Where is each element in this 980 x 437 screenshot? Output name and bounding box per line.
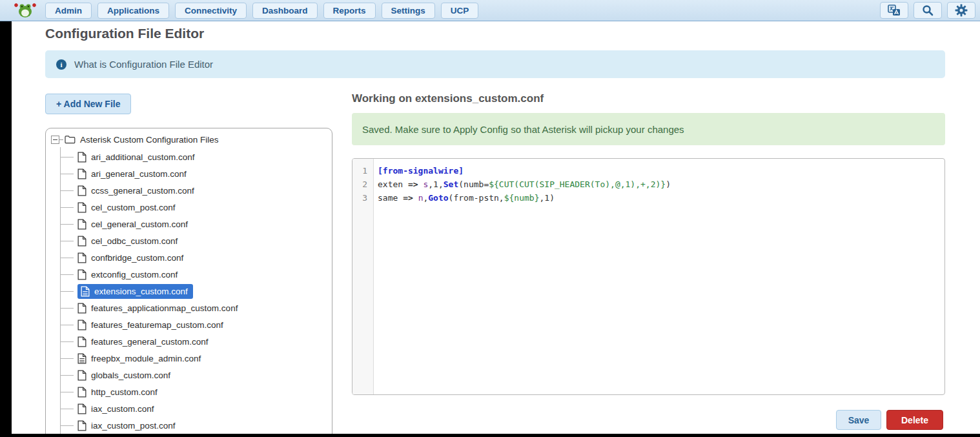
code-editor: 123 [from-signalwire]exten => s,1,Set(nu… [352,158,945,395]
save-button[interactable]: Save [836,410,881,430]
add-new-file-label: Add New File [64,99,121,109]
plus-icon: + [56,99,61,109]
tree-root-label: Asterisk Custom Configuration Files [80,135,219,145]
tree-item[interactable]: extconfig_custom.conf [51,266,327,283]
top-navbar: AdminApplicationsConnectivityDashboardRe… [0,0,980,21]
search-icon [922,5,934,16]
file-icon [77,236,87,247]
tree-item[interactable]: ari_additional_custom.conf [51,148,327,165]
tree-connector [60,241,74,241]
file-name: iax_custom_post.conf [91,421,176,431]
freepbx-logo-icon [14,1,37,19]
tree-vertical-line [60,147,61,437]
language-button[interactable] [880,2,908,19]
menu-item-connectivity[interactable]: Connectivity [175,3,247,19]
file-name: features_general_custom.conf [91,337,209,347]
line-number-gutter: 123 [352,159,374,394]
tree-item[interactable]: iax_custom.conf [51,400,327,417]
tree-item[interactable]: cel_general_custom.conf [51,216,327,232]
tree-item[interactable]: cel_custom_post.conf [51,199,327,216]
menu-item-admin[interactable]: Admin [45,3,92,19]
code-area[interactable]: [from-signalwire]exten => s,1,Set(numb=$… [374,159,944,394]
tree-item[interactable]: globals_custom.conf [51,367,327,383]
tree-item[interactable]: iax_custom_post.conf [51,417,327,434]
tree-item[interactable]: freepbx_module_admin.conf [51,350,327,367]
add-new-file-button[interactable]: + Add New File [45,94,131,114]
file-icon [77,219,87,230]
file-name: features_applicationmap_custom.conf [91,303,238,313]
menu-item-applications[interactable]: Applications [97,3,169,19]
tree-item[interactable]: cel_odbc_custom.conf [51,232,327,249]
folder-icon [65,135,76,144]
menu-item-settings[interactable]: Settings [382,3,435,19]
tree-connector [60,358,74,359]
collapse-toggle-icon[interactable] [51,136,59,144]
tree-item-selected[interactable]: extensions_custom.conf [51,283,327,300]
navbar-tools [880,2,975,19]
main-menu: AdminApplicationsConnectivityDashboardRe… [45,3,478,19]
selection-highlight: extensions_custom.conf [77,284,193,299]
line-number: 2 [352,178,373,191]
tree-item[interactable]: http_custom.conf [51,383,327,400]
file-icon [77,320,87,330]
tree-connector [60,409,74,409]
file-name: extconfig_custom.conf [91,270,178,279]
tree-item[interactable]: confbridge_custom.conf [51,249,327,266]
menu-item-reports[interactable]: Reports [323,3,376,19]
save-success-alert: Saved. Make sure to Apply Config so that… [352,113,945,145]
freepbx-config-file-editor-screen: AdminApplicationsConnectivityDashboardRe… [0,0,980,437]
file-icon [77,252,87,263]
gear-icon [955,4,968,17]
letterbox-left [0,21,12,437]
tree-item[interactable]: features_featuremap_custom.conf [51,316,327,333]
tree-connector [60,258,74,258]
info-banner-text: What is Configuration File Editor [74,59,213,70]
file-icon [77,152,87,163]
file-name: iax_custom.conf [91,404,154,414]
file-icon [77,387,87,398]
search-button[interactable] [914,2,942,19]
line-number: 3 [352,191,373,205]
file-icon [77,420,87,431]
file-icon [77,403,87,414]
tree-connector [60,224,74,225]
tree-connector [60,190,74,191]
tree-connector [60,375,74,376]
freepbx-logo[interactable] [13,1,37,20]
code-line: exten => s,1,Set(numb=${CUT(CUT(SIP_HEAD… [378,178,944,191]
file-name: features_featuremap_custom.conf [91,320,223,330]
tree-item[interactable]: features_general_custom.conf [51,333,327,350]
menu-item-dashboard[interactable]: Dashboard [252,3,318,19]
tree-connector [60,325,74,325]
delete-button[interactable]: Delete [886,410,943,430]
file-name: ari_additional_custom.conf [91,152,195,162]
menu-item-ucp[interactable]: UCP [441,3,479,19]
page-title: Configuration File Editor [45,26,204,41]
file-name: extensions_custom.conf [94,287,188,296]
file-icon [77,168,87,179]
file-name: cel_general_custom.conf [91,219,188,229]
tree-connector [60,174,74,174]
tree-root-node[interactable]: Asterisk Custom Configuration Files [51,133,327,146]
editor-actions: Save Delete [836,410,943,430]
code-line: [from-signalwire] [378,164,944,178]
tree-item[interactable]: features_applicationmap_custom.conf [51,300,327,316]
tree-connector [60,308,74,309]
file-name: ccss_general_custom.conf [91,186,194,196]
file-icon [77,336,87,347]
settings-gear-button[interactable] [947,2,975,19]
tree-connector [60,291,74,292]
tree-children: ari_additional_custom.conf ari_general_c… [51,148,327,437]
tree-item[interactable]: ari_general_custom.conf [51,165,327,182]
info-icon: i [56,59,66,70]
info-banner[interactable]: i What is Configuration File Editor [45,50,945,78]
tree-item[interactable]: ccss_general_custom.conf [51,182,327,199]
file-name: ari_general_custom.conf [91,169,187,179]
line-number: 1 [352,164,373,178]
working-on-heading: Working on extensions_custom.conf [352,92,544,105]
tree-connector [60,274,74,275]
tree-connector [59,139,63,140]
language-icon [888,5,901,16]
file-icon [77,353,87,364]
tree-connector [60,207,74,208]
